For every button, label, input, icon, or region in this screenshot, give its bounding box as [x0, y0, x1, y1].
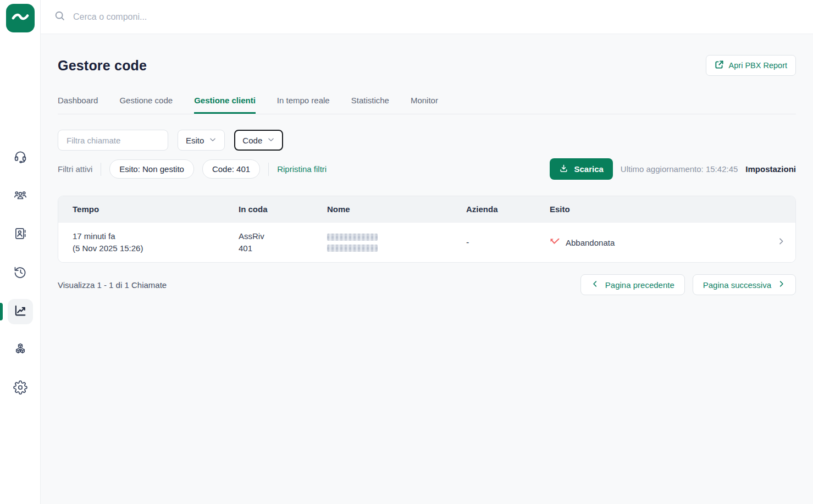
tab-gestione-clienti[interactable]: Gestione clienti [194, 96, 256, 114]
headset-icon [13, 149, 27, 166]
sidebar-item-reports[interactable] [8, 299, 33, 324]
download-icon [559, 164, 568, 175]
open-pbx-report-button[interactable]: Apri PBX Report [706, 55, 796, 76]
column-header-azienda: Azienda [466, 204, 550, 214]
chart-icon [13, 303, 27, 320]
tab-dashboard[interactable]: Dashboard [58, 96, 98, 114]
cell-azienda: - [466, 237, 550, 247]
divider [268, 163, 269, 176]
settings-link[interactable]: Impostazioni [745, 164, 796, 174]
sidebar-item-users[interactable] [8, 184, 33, 209]
external-link-icon [715, 60, 724, 71]
users-icon [13, 188, 27, 204]
tab-monitor[interactable]: Monitor [411, 96, 438, 114]
chevron-left-icon [591, 280, 599, 290]
top-search-bar [41, 0, 813, 34]
download-button-label: Scarica [574, 164, 603, 174]
chevron-down-icon [209, 136, 217, 145]
contact-book-icon [13, 226, 27, 243]
app-logo[interactable] [6, 4, 35, 32]
chevron-down-icon [267, 136, 275, 145]
next-page-label: Pagina successiva [703, 280, 771, 290]
esito-select[interactable]: Esito [178, 130, 225, 151]
row-chevron[interactable] [767, 237, 795, 248]
last-update-text: Ultimo aggiornamento: 15:42:45 [621, 164, 738, 174]
table-row[interactable]: 17 minuti fa (5 Nov 2025 15:26) AssRiv 4… [58, 222, 795, 262]
tab-in-tempo-reale[interactable]: In tempo reale [277, 96, 330, 114]
missed-call-icon [550, 238, 560, 247]
column-header-in-coda: In coda [239, 204, 327, 214]
redacted-name-line [327, 234, 378, 241]
cell-tempo: 17 minuti fa (5 Nov 2025 15:26) [58, 230, 239, 254]
results-summary: Visualizza 1 - 1 di 1 Chiamate [58, 280, 167, 290]
sidebar-nav [8, 145, 33, 401]
previous-page-label: Pagina precedente [605, 280, 674, 290]
pagination: Visualizza 1 - 1 di 1 Chiamate Pagina pr… [58, 274, 796, 295]
cell-esito: Abbandonata [550, 238, 767, 247]
active-indicator [0, 303, 3, 320]
main-panel: Gestore code Apri PBX Report Dashboard G… [41, 34, 813, 504]
filter-chip-esito[interactable]: Esito: Non gestito [109, 159, 194, 179]
filter-calls-input[interactable] [58, 130, 168, 151]
cubes-icon [13, 342, 27, 358]
column-header-esito: Esito [550, 204, 767, 214]
tab-gestione-code[interactable]: Gestione code [119, 96, 173, 114]
cell-nome-redacted [327, 234, 466, 252]
previous-page-button[interactable]: Pagina precedente [580, 274, 685, 295]
code-select[interactable]: Code [234, 130, 283, 151]
search-icon [54, 10, 66, 24]
sidebar-item-contacts[interactable] [8, 222, 33, 247]
calls-table: Tempo In coda Nome Azienda Esito 17 minu… [58, 196, 796, 263]
active-filters-row: Filtri attivi Esito: Non gestito Code: 4… [58, 158, 796, 180]
download-button[interactable]: Scarica [550, 158, 612, 180]
reset-filters-link[interactable]: Ripristina filtri [277, 164, 327, 174]
tilde-wave-icon [12, 13, 29, 24]
column-header-nome: Nome [327, 204, 466, 214]
table-header: Tempo In coda Nome Azienda Esito [58, 196, 795, 222]
sidebar [0, 0, 41, 504]
sidebar-item-settings[interactable] [8, 376, 33, 401]
chevron-right-icon [777, 280, 786, 290]
filter-chip-code[interactable]: Code: 401 [202, 159, 260, 179]
filters-row: Esito Code [58, 130, 796, 151]
esito-select-label: Esito [186, 136, 204, 145]
filters-active-label: Filtri attivi [58, 164, 92, 174]
redacted-name-line [327, 245, 378, 252]
next-page-button[interactable]: Pagina successiva [693, 274, 796, 295]
sidebar-item-modules[interactable] [8, 337, 33, 363]
tab-statistiche[interactable]: Statistiche [351, 96, 389, 114]
chevron-right-icon [777, 237, 786, 248]
cell-in-coda: AssRiv 401 [239, 230, 327, 254]
content-area: Gestore code Apri PBX Report Dashboard G… [41, 0, 813, 504]
page-title: Gestore code [58, 58, 147, 74]
column-header-tempo: Tempo [58, 204, 239, 214]
tab-bar: Dashboard Gestione code Gestione clienti… [58, 96, 796, 114]
search-input[interactable] [73, 12, 800, 22]
sidebar-item-history[interactable] [8, 261, 33, 286]
divider [101, 163, 101, 176]
history-icon [13, 265, 27, 281]
gear-icon [13, 380, 27, 397]
outcome-label: Abbandonata [566, 238, 615, 247]
code-select-label: Code [242, 136, 262, 145]
open-pbx-report-label: Apri PBX Report [729, 61, 787, 70]
sidebar-item-phone[interactable] [8, 145, 33, 170]
